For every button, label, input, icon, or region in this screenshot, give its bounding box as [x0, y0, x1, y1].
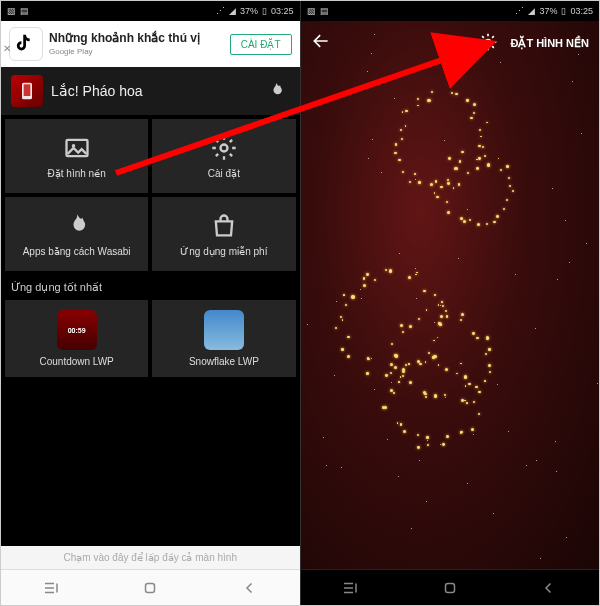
signal-icon: ◢ [229, 6, 236, 16]
svg-rect-2 [66, 139, 87, 155]
nav-home-button[interactable] [138, 576, 162, 600]
tile-label: Cài đặt [208, 168, 240, 179]
svg-rect-5 [146, 583, 155, 592]
section-title-best: Ứng dụng tốt nhất [1, 275, 300, 300]
ad-install-button[interactable]: CÀI ĐẶT [230, 34, 292, 55]
app-card-label: Snowflake LWP [189, 356, 259, 367]
app-title: Lắc! Pháo hoa [51, 83, 254, 99]
status-bar-right: ▧ ▤ ⋰ ◢ 37% ▯ 03:25 [301, 1, 600, 21]
nav-back-button[interactable] [537, 576, 561, 600]
clock-text: 03:25 [570, 6, 593, 16]
app-header: Lắc! Pháo hoa [1, 67, 300, 115]
tile-wasabi-apps[interactable]: Apps bằng cách Wasabi [5, 197, 148, 271]
notif-icon: ▤ [20, 6, 29, 16]
nav-back-button[interactable] [238, 576, 262, 600]
ad-banner[interactable]: ✕ Những khoảnh khắc thú vị Google Play C… [1, 21, 300, 67]
status-bar-left: ▧ ▤ ⋰ ◢ 37% ▯ 03:25 [1, 1, 300, 21]
battery-text: 37% [539, 6, 557, 16]
tile-label: Ứng dụng miễn phí [180, 246, 267, 257]
wifi-icon: ⋰ [515, 6, 524, 16]
ad-title: Những khoảnh khắc thú vị [49, 32, 224, 46]
flame-button[interactable] [262, 77, 290, 105]
svg-rect-7 [445, 583, 454, 592]
app-thumb [204, 310, 244, 350]
notif-icon: ▧ [307, 6, 316, 16]
ad-close-icon[interactable]: ✕ [3, 43, 15, 55]
back-button[interactable] [311, 31, 335, 55]
notif-icon: ▤ [320, 6, 329, 16]
svg-point-4 [220, 144, 227, 151]
app-card-snowflake[interactable]: Snowflake LWP [152, 300, 295, 377]
fill-screen-hint[interactable]: Chạm vào đây để lấp đầy cả màn hình [1, 546, 300, 569]
nav-recent-button[interactable] [39, 576, 63, 600]
battery-text: 37% [240, 6, 258, 16]
set-wallpaper-button[interactable]: ĐẶT HÌNH NỀN [510, 37, 589, 50]
svg-point-6 [486, 40, 491, 45]
notif-icon: ▧ [7, 6, 16, 16]
svg-rect-1 [24, 84, 31, 96]
app-thumb: 00:59 [57, 310, 97, 350]
app-card-label: Countdown LWP [39, 356, 113, 367]
signal-icon: ◢ [528, 6, 535, 16]
nav-recent-button[interactable] [338, 576, 362, 600]
battery-icon: ▯ [262, 6, 267, 16]
tile-label: Đặt hình nền [48, 168, 106, 179]
battery-icon: ▯ [561, 6, 566, 16]
nav-bar [301, 569, 600, 605]
nav-home-button[interactable] [438, 576, 462, 600]
clock-text: 03:25 [271, 6, 294, 16]
tile-label: Apps bằng cách Wasabi [23, 246, 131, 257]
app-icon [11, 75, 43, 107]
nav-bar [1, 569, 300, 605]
gear-icon[interactable] [478, 32, 500, 54]
ad-source: Google Play [49, 47, 224, 56]
tile-settings[interactable]: Cài đặt [152, 119, 295, 193]
wifi-icon: ⋰ [216, 6, 225, 16]
app-card-countdown[interactable]: 00:59 Countdown LWP [5, 300, 148, 377]
wallpaper-preview[interactable]: ĐẶT HÌNH NỀN [301, 21, 600, 569]
tile-set-wallpaper[interactable]: Đặt hình nền [5, 119, 148, 193]
tile-free-apps[interactable]: Ứng dụng miễn phí [152, 197, 295, 271]
